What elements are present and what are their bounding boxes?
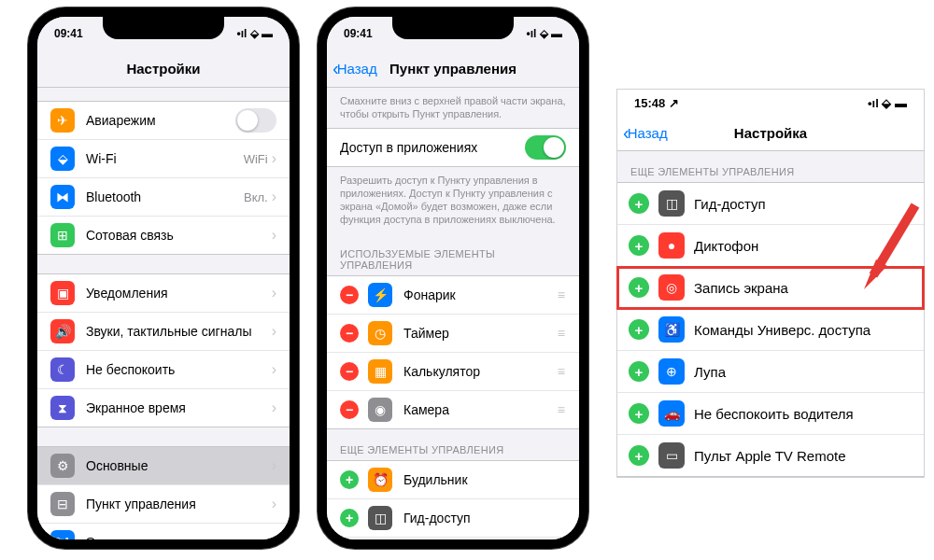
row-label: Таймер	[403, 326, 558, 341]
row-label: Фонарик	[403, 287, 558, 302]
more-control-row[interactable]: +◫Гид-доступ	[327, 499, 579, 538]
section-header: ИСПОЛЬЗУЕМЫЕ ЭЛЕМЕНТЫ УПРАВЛЕНИЯ	[327, 233, 579, 275]
more-control-row[interactable]: +⏰Будильник	[327, 461, 579, 499]
calc-icon: ▦	[368, 359, 392, 384]
cc-icon: ⊟	[50, 492, 75, 516]
row-label: Сотовая связь	[86, 228, 272, 243]
add-button[interactable]: +	[629, 445, 649, 466]
included-control-row[interactable]: −◉Камера≡	[327, 391, 579, 428]
settings-row[interactable]: ⧓BluetoothВкл.›	[37, 178, 290, 217]
included-control-row[interactable]: −◷Таймер≡	[327, 315, 579, 353]
timer-icon: ◷	[368, 321, 392, 345]
back-label: Назад	[628, 125, 668, 141]
settings-row[interactable]: ☾Не беспокоить›	[37, 351, 290, 389]
phone-control-center: 09:41 •ıl ⬙ ▬ ‹ Назад Пункт управления С…	[318, 7, 588, 549]
more-control-row[interactable]: +●Диктофон	[327, 538, 579, 539]
settings-row[interactable]: ⊟Пункт управления›	[37, 485, 290, 524]
row-label: Bluetooth	[86, 189, 244, 204]
chevron-right-icon: ›	[272, 227, 276, 244]
guide-icon: ◫	[368, 506, 392, 530]
hint-text: Разрешить доступ к Пункту управления в п…	[327, 167, 579, 233]
drag-handle-icon[interactable]: ≡	[558, 326, 566, 341]
row-label: Будильник	[403, 472, 566, 487]
row-label: Калькулятор	[403, 364, 558, 379]
more-control-row[interactable]: +🚗Не беспокоить водителя	[617, 393, 924, 435]
settings-row[interactable]: ⚙Основные›	[37, 447, 290, 485]
access-in-apps-row[interactable]: Доступ в приложениях	[327, 129, 579, 166]
chevron-right-icon: ›	[272, 285, 276, 301]
add-button[interactable]: +	[629, 403, 649, 424]
guide-icon: ◫	[658, 190, 685, 217]
add-button[interactable]: +	[629, 277, 649, 298]
plane-icon: ✈	[50, 108, 75, 133]
settings-row[interactable]: ⧗Экранное время›	[37, 389, 290, 427]
add-button[interactable]: +	[629, 193, 649, 214]
row-label: Доступ в приложениях	[340, 140, 525, 155]
add-button[interactable]: +	[629, 235, 649, 256]
row-label: Wi-Fi	[86, 151, 244, 166]
included-control-row[interactable]: −▦Калькулятор≡	[327, 353, 579, 391]
more-control-row[interactable]: +▭Пульт Apple TV Remote	[617, 435, 924, 476]
row-label: Авиарежим	[86, 113, 235, 128]
add-button[interactable]: +	[340, 470, 359, 489]
voice-icon: ●	[658, 232, 685, 259]
moon-icon: ☾	[50, 357, 75, 382]
remove-button[interactable]: −	[340, 286, 359, 304]
hour-icon: ⧗	[50, 396, 75, 420]
row-label: Лупа	[694, 364, 913, 380]
settings-row[interactable]: ▣Уведомления›	[37, 274, 290, 313]
drag-handle-icon[interactable]: ≡	[558, 402, 566, 417]
mag-icon: ⊕	[658, 358, 685, 385]
nav-header: ‹ Назад Настройка	[617, 116, 924, 151]
settings-row[interactable]: ✈Авиарежим	[37, 102, 290, 140]
drag-handle-icon[interactable]: ≡	[558, 364, 566, 379]
row-label: Экранное время	[86, 400, 272, 415]
cell-icon: ⊞	[50, 223, 75, 247]
settings-row[interactable]: ⬙Wi-FiWiFi›	[37, 140, 290, 178]
row-label: Экран и яркость	[86, 535, 272, 539]
hint-text: Смахните вниз с верхней правой части экр…	[327, 88, 579, 128]
chevron-right-icon: ›	[272, 534, 276, 539]
status-time: 15:48 ↗	[634, 96, 679, 110]
drag-handle-icon[interactable]: ≡	[558, 287, 566, 302]
status-indicators: •ıl ⬙ ▬	[236, 27, 273, 40]
status-time: 09:41	[344, 27, 373, 40]
add-button[interactable]: +	[629, 319, 649, 340]
more-control-row[interactable]: +♿Команды Универс. доступа	[617, 309, 924, 351]
cam-icon: ◉	[368, 398, 392, 422]
section-header: ЕЩЕ ЭЛЕМЕНТЫ УПРАВЛЕНИЯ	[617, 151, 924, 182]
rec-icon: ◎	[658, 274, 685, 301]
status-indicators: •ıl ⬙ ▬	[868, 96, 907, 110]
settings-list[interactable]: ✈Авиарежим⬙Wi-FiWiFi›⧓BluetoothВкл.›⊞Сот…	[37, 88, 290, 539]
row-value: WiFi	[244, 152, 268, 166]
gear-icon: ⚙	[50, 454, 75, 478]
add-button[interactable]: +	[629, 361, 649, 382]
row-value: Вкл.	[244, 190, 268, 204]
remove-button[interactable]: −	[340, 400, 359, 419]
remove-button[interactable]: −	[340, 362, 359, 381]
status-bar: 15:48 ↗ •ıl ⬙ ▬	[617, 90, 924, 116]
control-center-list[interactable]: Смахните вниз с верхней правой части экр…	[327, 88, 579, 539]
section-header: ЕЩЕ ЭЛЕМЕНТЫ УПРАВЛЕНИЯ	[327, 429, 579, 460]
back-label: Назад	[337, 61, 377, 77]
back-button[interactable]: ‹ Назад	[623, 122, 668, 144]
more-control-row[interactable]: +⊕Лупа	[617, 351, 924, 393]
toggle[interactable]	[235, 108, 276, 133]
included-control-row[interactable]: −⚡Фонарик≡	[327, 276, 579, 315]
toggle[interactable]	[525, 135, 566, 160]
sound-icon: 🔊	[50, 319, 75, 343]
settings-row[interactable]: 🔊Звуки, тактильные сигналы›	[37, 313, 290, 351]
row-label: Команды Универс. доступа	[694, 322, 913, 338]
row-label: Гид-доступ	[403, 511, 566, 525]
car-icon: 🚗	[658, 400, 685, 427]
page-title: Настройка	[625, 125, 916, 141]
settings-row[interactable]: ⊞Сотовая связь›	[37, 217, 290, 254]
callout-arrow	[859, 196, 925, 312]
add-button[interactable]: +	[340, 509, 359, 527]
notch	[103, 17, 224, 39]
remove-button[interactable]: −	[340, 324, 359, 343]
settings-row[interactable]: AAЭкран и яркость›	[37, 524, 290, 539]
phone-settings: 09:41 •ıl ⬙ ▬ Настройки ✈Авиарежим⬙Wi-Fi…	[28, 7, 299, 549]
back-button[interactable]: ‹ Назад	[333, 58, 377, 79]
chevron-right-icon: ›	[272, 361, 276, 378]
